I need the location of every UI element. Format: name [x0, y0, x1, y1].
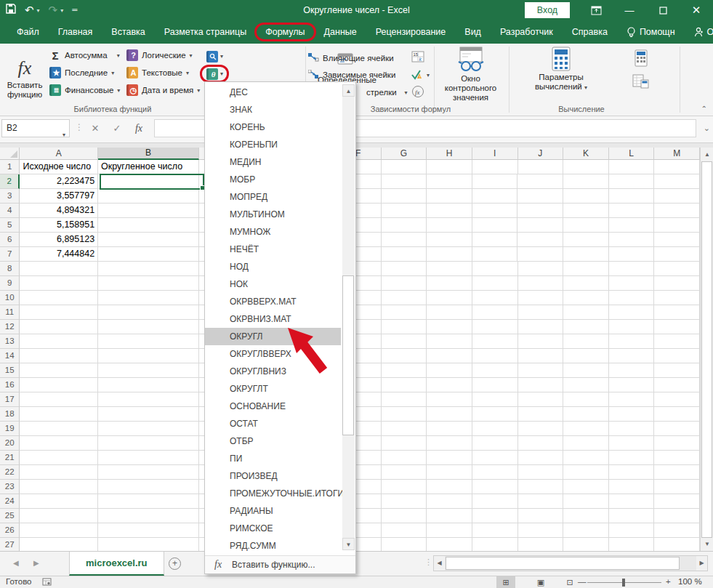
cell-H3[interactable]	[427, 189, 472, 204]
cell-K2[interactable]	[563, 174, 609, 189]
cell-A24[interactable]	[20, 494, 98, 509]
menu-scroll-down-icon[interactable]: ▼	[342, 538, 355, 550]
row-header-11[interactable]: 11	[0, 305, 20, 320]
cell-J4[interactable]	[517, 204, 563, 218]
cell-K22[interactable]	[563, 465, 609, 480]
row-header-4[interactable]: 4	[0, 204, 20, 218]
cell-G25[interactable]	[382, 509, 427, 523]
cell-G18[interactable]	[382, 407, 427, 422]
cell-K9[interactable]	[563, 276, 609, 291]
cell-L26[interactable]	[609, 523, 655, 538]
cell-K18[interactable]	[563, 407, 609, 422]
cell-H15[interactable]	[427, 363, 472, 378]
horizontal-scroll-thumb[interactable]	[446, 557, 680, 570]
ribbon-tab-Главная[interactable]: Главная	[49, 20, 102, 44]
cell-K5[interactable]	[563, 218, 609, 233]
cell-M6[interactable]	[654, 233, 700, 247]
cell-M25[interactable]	[654, 509, 700, 523]
cell-H5[interactable]	[427, 218, 472, 233]
select-all-button[interactable]	[0, 148, 20, 160]
cell-I20[interactable]	[472, 436, 518, 451]
function-menu-item-МУМНОЖ[interactable]: МУМНОЖ	[205, 223, 341, 241]
cell-G3[interactable]	[382, 189, 427, 204]
cell-A22[interactable]	[20, 465, 98, 480]
cell-I15[interactable]	[472, 363, 518, 378]
cell-B14[interactable]	[98, 349, 199, 363]
cell-G21[interactable]	[382, 451, 427, 465]
cell-I17[interactable]	[472, 392, 518, 407]
function-menu-item-ОСТАТ[interactable]: ОСТАТ	[205, 415, 341, 432]
function-menu-item-ПИ[interactable]: ПИ	[205, 450, 341, 467]
cell-H21[interactable]	[427, 451, 472, 465]
cell-K19[interactable]	[563, 422, 609, 436]
row-header-25[interactable]: 25	[0, 509, 20, 523]
sign-in-button[interactable]: Вход	[525, 2, 570, 18]
cell-A13[interactable]	[20, 334, 98, 349]
cell-B10[interactable]	[98, 291, 199, 305]
cell-J26[interactable]	[518, 523, 564, 538]
cell-L16[interactable]	[609, 378, 655, 392]
close-icon[interactable]: ✕	[680, 0, 713, 20]
cell-M19[interactable]	[654, 422, 700, 436]
cell-I5[interactable]	[472, 218, 518, 233]
cell-L24[interactable]	[609, 494, 655, 509]
row-header-17[interactable]: 17	[0, 392, 20, 407]
function-menu-item-ОСНОВАНИЕ[interactable]: ОСНОВАНИЕ	[205, 398, 341, 415]
cell-M3[interactable]	[654, 189, 700, 204]
cell-I9[interactable]	[472, 276, 518, 291]
cell-M17[interactable]	[654, 392, 700, 407]
cell-G27[interactable]	[382, 538, 427, 551]
cell-J1[interactable]	[518, 160, 564, 174]
vertical-scrollbar[interactable]: ▲ ▼	[700, 148, 713, 551]
cell-I8[interactable]	[472, 262, 518, 276]
cell-G6[interactable]	[382, 233, 427, 247]
cell-B24[interactable]	[98, 494, 199, 509]
cell-G2[interactable]	[382, 174, 427, 189]
cell-H27[interactable]	[427, 538, 472, 551]
function-menu-item-МУЛЬТИНОМ[interactable]: МУЛЬТИНОМ	[205, 206, 341, 223]
cell-A4[interactable]: 4,894321	[20, 204, 98, 218]
math-trig-button[interactable]: θ▾	[202, 66, 227, 81]
cell-B11[interactable]	[98, 305, 199, 320]
cell-H9[interactable]	[427, 276, 472, 291]
cell-A18[interactable]	[20, 407, 98, 422]
cell-G11[interactable]	[382, 305, 427, 320]
cell-H14[interactable]	[427, 349, 472, 363]
cell-I16[interactable]	[472, 378, 518, 392]
function-menu-item-НОД[interactable]: НОД	[205, 258, 341, 275]
cell-H7[interactable]	[427, 247, 472, 262]
cell-K1[interactable]	[563, 160, 609, 174]
cell-G8[interactable]	[382, 262, 427, 276]
cell-J17[interactable]	[518, 392, 564, 407]
cell-K14[interactable]	[563, 349, 609, 363]
cell-I6[interactable]	[472, 233, 518, 247]
cell-B25[interactable]	[98, 509, 199, 523]
column-header-A[interactable]: A	[20, 148, 98, 160]
function-menu-item-ОТБР[interactable]: ОТБР	[205, 432, 341, 450]
cell-K27[interactable]	[563, 538, 609, 551]
text-functions-button[interactable]: A Текстовые▾	[126, 65, 189, 80]
cell-M2[interactable]	[654, 174, 700, 189]
row-header-20[interactable]: 20	[0, 436, 20, 451]
cell-L12[interactable]	[609, 320, 655, 334]
ribbon-tab-Вид[interactable]: Вид	[455, 20, 491, 44]
function-menu-item-РИМСКОЕ[interactable]: РИМСКОЕ	[205, 520, 341, 537]
row-header-6[interactable]: 6	[0, 233, 20, 247]
cell-B5[interactable]	[98, 218, 199, 233]
cell-G17[interactable]	[382, 392, 427, 407]
row-header-7[interactable]: 7	[0, 247, 20, 262]
normal-view-icon[interactable]: ⊞	[496, 576, 515, 588]
cell-B26[interactable]	[98, 523, 199, 538]
zoom-out-icon[interactable]: —	[578, 577, 587, 586]
cell-K12[interactable]	[563, 320, 609, 334]
trace-dependents-button[interactable]: Зависимые ячейки	[308, 68, 395, 82]
calculate-sheet-icon[interactable]	[632, 74, 650, 90]
ribbon-tab-Помощн[interactable]: Помощн	[617, 20, 685, 44]
ribbon-tab-Разработчик[interactable]: Разработчик	[491, 20, 563, 44]
cell-A23[interactable]	[20, 480, 98, 494]
cell-J18[interactable]	[518, 407, 564, 422]
cell-J20[interactable]	[518, 436, 564, 451]
enter-icon[interactable]: ✓	[108, 119, 126, 137]
cell-G20[interactable]	[382, 436, 427, 451]
function-menu-item-РАДИАНЫ[interactable]: РАДИАНЫ	[205, 502, 341, 520]
